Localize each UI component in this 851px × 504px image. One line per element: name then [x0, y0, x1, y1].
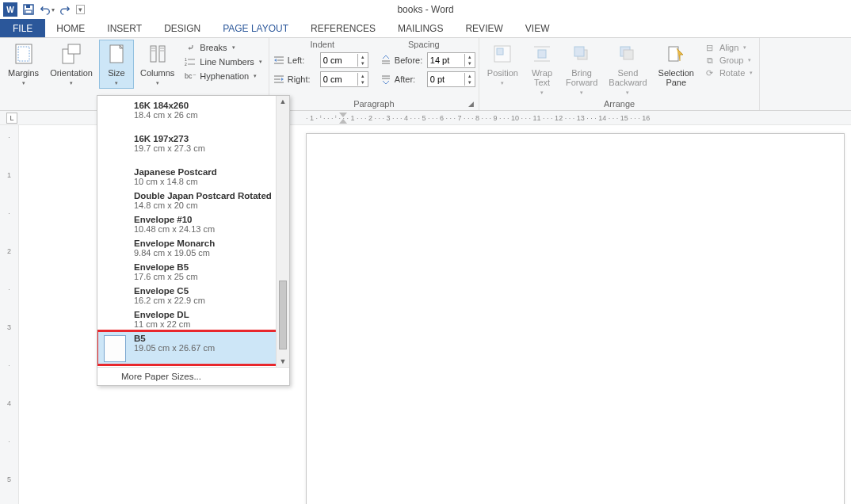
size-option-dim: 10 cm x 14.8 cm — [134, 177, 217, 186]
size-option-dim: 16.2 cm x 22.9 cm — [134, 296, 205, 305]
svg-rect-36 — [624, 50, 633, 59]
window-title: books - Word — [397, 4, 453, 15]
size-option-name: 16K 184x260 — [134, 101, 198, 110]
spacing-before-icon — [380, 55, 392, 66]
wrap-text-icon — [531, 43, 553, 65]
tab-insert[interactable]: INSERT — [96, 19, 153, 37]
size-option-name: Double Japan Postcard Rotated — [134, 191, 272, 200]
scroll-thumb[interactable] — [279, 281, 287, 349]
save-icon[interactable] — [22, 3, 35, 16]
scroll-up-icon[interactable]: ▲ — [280, 96, 287, 107]
tab-view[interactable]: VIEW — [514, 19, 561, 37]
size-option[interactable]: Envelope B517.6 cm x 25 cm — [97, 260, 289, 284]
spin-down[interactable]: ▼ — [358, 79, 368, 86]
breaks-icon: ⤶ — [184, 42, 197, 53]
tab-design[interactable]: DESIGN — [153, 19, 212, 37]
hyphenation-button[interactable]: bc⁻Hyphenation▾ — [181, 70, 265, 82]
line-numbers-button[interactable]: 12Line Numbers▾ — [181, 55, 265, 68]
size-option-dim: 18.4 cm x 26 cm — [134, 110, 198, 120]
spin-down[interactable]: ▼ — [465, 60, 475, 67]
spacing-after-input[interactable]: ▲▼ — [427, 71, 475, 87]
group-paragraph: Indent Spacing Left: ▲▼ Before: ▲▼ Right… — [269, 38, 479, 110]
title-bar: W ▾ ▾ books - Word — [0, 0, 851, 19]
spacing-before-input[interactable]: ▲▼ — [427, 52, 475, 68]
columns-button[interactable]: Columns▾ — [135, 40, 179, 88]
size-option-name: 16K 197x273 — [134, 134, 205, 143]
size-option-name: Japanese Postcard — [134, 167, 217, 177]
position-button[interactable]: Position▾ — [483, 40, 523, 97]
spin-up[interactable]: ▲ — [465, 73, 475, 79]
size-option[interactable]: Envelope DL11 cm x 22 cm — [97, 307, 289, 331]
ribbon-tabs: FILE HOME INSERT DESIGN PAGE LAYOUT REFE… — [0, 19, 851, 38]
breaks-button[interactable]: ⤶Breaks▾ — [181, 41, 265, 54]
scroll-down-icon[interactable]: ▼ — [280, 356, 287, 367]
size-option-dim: 17.6 cm x 25 cm — [134, 272, 198, 281]
size-button[interactable]: Size▾ — [99, 40, 134, 89]
tab-review[interactable]: REVIEW — [454, 19, 513, 37]
margins-icon — [13, 43, 35, 65]
position-icon — [491, 43, 513, 65]
margins-button[interactable]: Margins▾ — [3, 40, 44, 88]
spin-down[interactable]: ▼ — [358, 60, 368, 67]
orientation-icon — [60, 43, 82, 65]
vertical-ruler[interactable]: · 1 · 2 · 3 · 4 · 5 — [0, 125, 19, 504]
rotate-button[interactable]: ⟳Rotate▾ — [700, 67, 756, 79]
bring-forward-button[interactable]: Bring Forward▾ — [561, 40, 602, 97]
tab-selector[interactable]: L — [6, 113, 17, 124]
redo-icon[interactable] — [59, 4, 71, 15]
page[interactable] — [306, 133, 845, 504]
indent-left-input[interactable]: ▲▼ — [320, 52, 368, 68]
indent-right-input[interactable]: ▲▼ — [320, 71, 368, 87]
selection-pane-icon — [665, 43, 687, 65]
size-option[interactable]: B519.05 cm x 26.67 cm — [97, 331, 289, 365]
svg-rect-6 — [68, 44, 80, 54]
tab-page-layout[interactable]: PAGE LAYOUT — [212, 19, 300, 37]
tab-references[interactable]: REFERENCES — [300, 19, 387, 37]
indent-header: Indent — [273, 40, 372, 49]
dropdown-scrollbar[interactable]: ▲▼ — [276, 96, 289, 367]
size-option[interactable]: Double Japan Postcard Rotated14.8 cm x 2… — [97, 189, 289, 212]
svg-rect-30 — [538, 50, 546, 58]
size-option-dim: 11 cm x 22 cm — [134, 319, 191, 329]
spin-up[interactable]: ▲ — [358, 54, 368, 60]
spacing-after-icon — [380, 74, 392, 85]
svg-rect-1 — [26, 5, 30, 8]
size-option[interactable]: Envelope Monarch9.84 cm x 19.05 cm — [97, 236, 289, 260]
size-dropdown: 16K 184x26018.4 cm x 26 cm16K 197x27319.… — [97, 95, 290, 386]
size-option-dim: 19.7 cm x 27.3 cm — [134, 143, 205, 153]
word-icon: W — [3, 2, 17, 17]
group-button[interactable]: ⧉Group▾ — [700, 54, 756, 67]
undo-icon[interactable]: ▾ — [40, 4, 55, 15]
rotate-icon: ⟳ — [704, 67, 716, 78]
tab-home[interactable]: HOME — [45, 19, 96, 37]
align-icon: ⊟ — [704, 42, 716, 53]
size-option[interactable]: Envelope C516.2 cm x 22.9 cm — [97, 284, 289, 307]
indent-marker-icon[interactable] — [339, 113, 347, 124]
group-label-arrange: Arrange — [604, 99, 635, 109]
group-arrange: Position▾ Wrap Text▾ Bring Forward▾ Send… — [479, 38, 760, 110]
svg-rect-2 — [25, 10, 32, 13]
page-thumb-icon — [104, 335, 126, 362]
spin-up[interactable]: ▲ — [465, 54, 475, 60]
tab-mailings[interactable]: MAILINGS — [387, 19, 454, 37]
group-icon: ⧉ — [704, 55, 716, 66]
orientation-button[interactable]: Orientation▾ — [45, 40, 97, 88]
selection-pane-button[interactable]: Selection Pane — [654, 40, 699, 97]
tab-file[interactable]: FILE — [0, 19, 45, 37]
size-option[interactable]: 16K 184x26018.4 cm x 26 cm — [97, 98, 289, 132]
size-option-name: Envelope B5 — [134, 262, 198, 272]
more-paper-sizes[interactable]: More Paper Sizes... — [97, 367, 289, 385]
svg-rect-34 — [574, 47, 584, 56]
qat-customize-icon[interactable]: ▾ — [76, 5, 85, 14]
spin-up[interactable]: ▲ — [358, 73, 368, 79]
size-option[interactable]: Envelope #1010.48 cm x 24.13 cm — [97, 212, 289, 236]
size-option[interactable]: 16K 197x27319.7 cm x 27.3 cm — [97, 132, 289, 165]
size-option-dim: 9.84 cm x 19.05 cm — [134, 248, 215, 258]
align-button[interactable]: ⊟Align▾ — [700, 41, 756, 54]
send-backward-button[interactable]: Send Backward▾ — [604, 40, 651, 97]
wrap-text-button[interactable]: Wrap Text▾ — [525, 40, 559, 97]
spin-down[interactable]: ▼ — [465, 79, 475, 86]
size-option[interactable]: Japanese Postcard10 cm x 14.8 cm — [97, 165, 289, 189]
paragraph-dialog-launcher[interactable]: ◢ — [468, 100, 474, 108]
size-option-name: Envelope #10 — [134, 215, 215, 224]
